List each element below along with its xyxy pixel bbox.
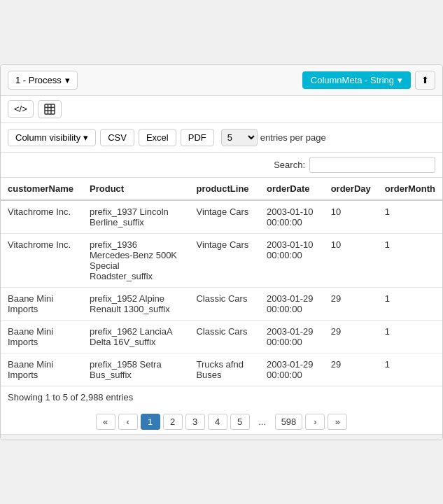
column-meta-button[interactable]: ColumnMeta - String ▾ <box>302 71 411 89</box>
data-table: customerName Product productLine orderDa… <box>1 178 442 386</box>
cell-product-line: Classic Cars <box>189 287 260 320</box>
cell-product: prefix_1936 Mercedes-Benz 500K Special R… <box>83 233 189 287</box>
pagination: « ‹ 1 2 3 4 5 ... 598 › » <box>1 408 442 434</box>
search-bar: Search: <box>1 153 442 178</box>
pagination-page-2[interactable]: 2 <box>163 414 183 430</box>
cell-order-day: 10 <box>324 233 378 287</box>
expand-button[interactable]: ⬆ <box>415 71 435 90</box>
column-meta-label: ColumnMeta - String <box>311 75 394 85</box>
search-label: Search: <box>274 160 305 170</box>
cell-customer-name: Baane Mini Imports <box>1 320 83 353</box>
table-row: Baane Mini Imports prefix_1952 Alpine Re… <box>1 287 442 320</box>
main-container: 1 - Process ▾ ColumnMeta - String ▾ ⬆ </… <box>0 64 443 440</box>
cell-order-month: 1 <box>378 233 442 287</box>
cell-product: prefix_1937 Lincoln Berline_suffix <box>83 200 189 234</box>
table-row: Baane Mini Imports prefix_1958 Setra Bus… <box>1 353 442 386</box>
pagination-next[interactable]: › <box>305 414 325 430</box>
svg-rect-0 <box>45 104 55 114</box>
process-button[interactable]: 1 - Process ▾ <box>8 71 78 90</box>
expand-icon: ⬆ <box>421 75 429 85</box>
cell-order-day: 29 <box>324 287 378 320</box>
cell-order-date: 2003-01-10 00:00:00 <box>260 233 324 287</box>
cell-order-date: 2003-01-29 00:00:00 <box>260 320 324 353</box>
scrollbar-area <box>1 434 442 440</box>
cell-order-date: 2003-01-29 00:00:00 <box>260 353 324 386</box>
cell-product-line: Vintage Cars <box>189 233 260 287</box>
cell-product: prefix_1958 Setra Bus_suffix <box>83 353 189 386</box>
col-header-order-date: orderDate <box>260 178 324 200</box>
top-right-controls: ColumnMeta - String ▾ ⬆ <box>302 71 435 90</box>
cell-order-day: 29 <box>324 320 378 353</box>
pagination-page-4[interactable]: 4 <box>208 414 227 430</box>
cell-product: prefix_1962 LanciaA Delta 16V_suffix <box>83 320 189 353</box>
process-arrow: ▾ <box>65 75 70 85</box>
pagination-prev[interactable]: ‹ <box>118 414 138 430</box>
col-header-order-month: orderMonth <box>378 178 442 200</box>
cell-customer-name: Vitachrome Inc. <box>1 233 83 287</box>
col-header-product: Product <box>83 178 189 200</box>
cell-order-month: 1 <box>378 353 442 386</box>
pagination-page-5[interactable]: 5 <box>230 414 250 430</box>
showing-text: Showing 1 to 5 of 2,988 entries <box>8 392 133 402</box>
top-bar: 1 - Process ▾ ColumnMeta - String ▾ ⬆ <box>1 65 442 96</box>
cell-order-day: 10 <box>324 200 378 234</box>
table-row: Baane Mini Imports prefix_1962 LanciaA D… <box>1 320 442 353</box>
cell-customer-name: Baane Mini Imports <box>1 353 83 386</box>
cell-product-line: Trucks afnd Buses <box>189 353 260 386</box>
cell-product-line: Vintage Cars <box>189 200 260 234</box>
table-view-button[interactable] <box>38 100 62 118</box>
process-label: 1 - Process <box>15 75 62 85</box>
column-visibility-button[interactable]: Column visibility ▾ <box>8 129 96 146</box>
cell-customer-name: Vitachrome Inc. <box>1 200 83 234</box>
col-header-customer-name: customerName <box>1 178 83 200</box>
pdf-button[interactable]: PDF <box>181 129 214 146</box>
cell-order-date: 2003-01-29 00:00:00 <box>260 287 324 320</box>
column-visibility-arrow: ▾ <box>83 132 88 143</box>
entries-select[interactable]: 5 10 25 50 100 <box>221 129 258 146</box>
pagination-page-3[interactable]: 3 <box>185 414 205 430</box>
pagination-last[interactable]: » <box>328 414 347 430</box>
column-meta-arrow: ▾ <box>398 75 402 85</box>
toolbar: Column visibility ▾ CSV Excel PDF 5 10 2… <box>1 123 442 153</box>
code-view-button[interactable]: </> <box>8 100 34 118</box>
entries-per-page: 5 10 25 50 100 entries per page <box>221 129 326 146</box>
pdf-label: PDF <box>188 132 206 143</box>
table-footer: Showing 1 to 5 of 2,988 entries <box>1 386 442 408</box>
search-input[interactable] <box>309 157 435 173</box>
pagination-dots: ... <box>253 414 272 429</box>
column-visibility-label: Column visibility <box>15 132 80 143</box>
excel-label: Excel <box>146 132 169 143</box>
col-header-order-day: orderDay <box>324 178 378 200</box>
data-table-wrapper: customerName Product productLine orderDa… <box>1 178 442 386</box>
table-header-row: customerName Product productLine orderDa… <box>1 178 442 200</box>
csv-label: CSV <box>108 132 127 143</box>
table-row: Vitachrome Inc. prefix_1936 Mercedes-Ben… <box>1 233 442 287</box>
cell-order-day: 29 <box>324 353 378 386</box>
table-icon <box>44 104 55 115</box>
csv-button[interactable]: CSV <box>100 129 134 146</box>
pagination-first[interactable]: « <box>96 414 115 430</box>
cell-product-line: Classic Cars <box>189 320 260 353</box>
cell-order-month: 1 <box>378 320 442 353</box>
pagination-page-598[interactable]: 598 <box>275 414 303 430</box>
cell-customer-name: Baane Mini Imports <box>1 287 83 320</box>
cell-product: prefix_1952 Alpine Renault 1300_suffix <box>83 287 189 320</box>
cell-order-date: 2003-01-10 00:00:00 <box>260 200 324 234</box>
cell-order-month: 1 <box>378 287 442 320</box>
entries-label: entries per page <box>260 132 326 143</box>
col-header-product-line: productLine <box>189 178 260 200</box>
table-row: Vitachrome Inc. prefix_1937 Lincoln Berl… <box>1 200 442 234</box>
pagination-page-1[interactable]: 1 <box>141 414 160 430</box>
code-icon: </> <box>14 104 27 114</box>
icon-bar: </> <box>1 96 442 123</box>
excel-button[interactable]: Excel <box>139 129 176 146</box>
cell-order-month: 1 <box>378 200 442 234</box>
